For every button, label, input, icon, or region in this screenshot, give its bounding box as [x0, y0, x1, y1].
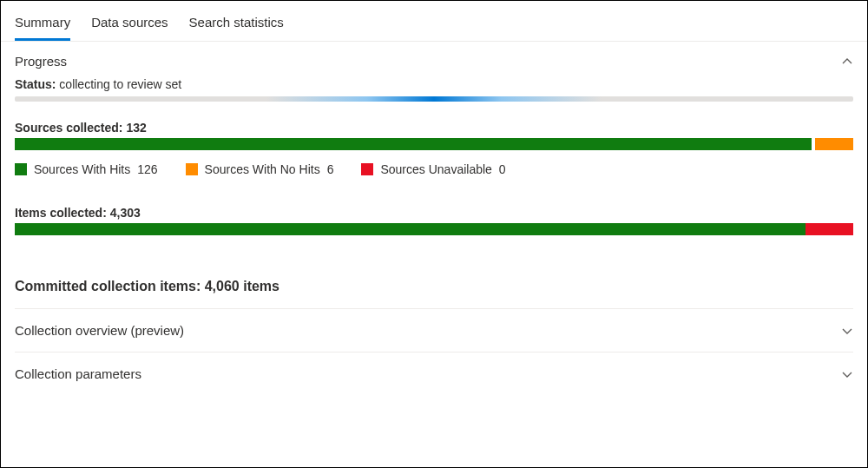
swatch-orange-icon — [186, 163, 198, 175]
sources-collected-label: Sources collected: 132 — [15, 121, 853, 135]
chevron-down-icon — [841, 368, 853, 380]
swatch-green-icon — [15, 163, 27, 175]
sources-bar-no-hits — [815, 138, 853, 150]
chevron-down-icon — [841, 325, 853, 337]
sources-legend: Sources With Hits 126 Sources With No Hi… — [15, 162, 853, 176]
legend-hits: Sources With Hits 126 — [15, 162, 158, 176]
items-collected-bar — [15, 223, 853, 235]
status-label: Status: — [15, 77, 56, 91]
sources-collected-bar — [15, 138, 853, 150]
status-line: Status: collecting to review set — [15, 77, 853, 96]
sources-bar-hits — [15, 138, 812, 150]
tab-summary[interactable]: Summary — [15, 10, 70, 41]
tab-bar: Summary Data sources Search statistics — [1, 1, 867, 42]
section-parameters-title: Collection parameters — [15, 366, 141, 381]
section-overview-title: Collection overview (preview) — [15, 323, 184, 338]
section-progress-header[interactable]: Progress — [15, 42, 853, 77]
section-progress-title: Progress — [15, 54, 67, 69]
status-value: collecting to review set — [59, 77, 181, 91]
tab-data-sources[interactable]: Data sources — [91, 10, 168, 41]
legend-unavailable: Sources Unavailable 0 — [361, 162, 505, 176]
items-bar-remaining — [806, 223, 853, 235]
items-collected-label: Items collected: 4,303 — [15, 206, 853, 220]
committed-items-label: Committed collection items: 4,060 items — [15, 272, 853, 308]
section-overview-header[interactable]: Collection overview (preview) — [15, 309, 853, 352]
items-bar-done — [15, 223, 806, 235]
swatch-red-icon — [361, 163, 373, 175]
progress-bar-indeterminate — [15, 96, 853, 102]
section-overview: Collection overview (preview) — [15, 308, 853, 352]
section-parameters: Collection parameters — [15, 352, 853, 395]
section-parameters-header[interactable]: Collection parameters — [15, 353, 853, 395]
legend-no-hits: Sources With No Hits 6 — [186, 162, 334, 176]
tab-search-statistics[interactable]: Search statistics — [189, 10, 284, 41]
chevron-up-icon — [841, 56, 853, 68]
